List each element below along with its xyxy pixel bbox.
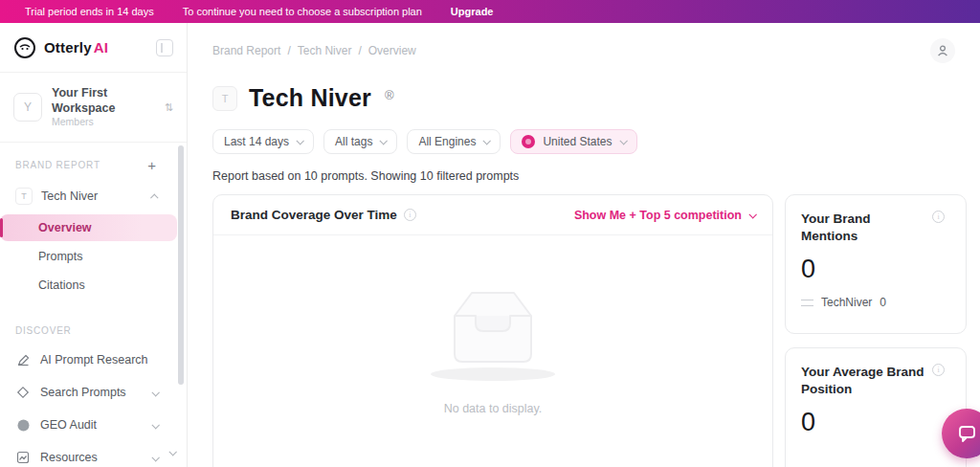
chevron-down-icon [151, 389, 159, 396]
breadcrumb: Brand Report / Tech Niver / Overview [212, 44, 416, 57]
user-menu-button[interactable] [930, 38, 955, 63]
chat-icon [955, 422, 978, 445]
sidebar-item-ai-prompt-research[interactable]: AI Prompt Research [0, 344, 187, 376]
logo-row: OtterlyAI [0, 23, 187, 73]
sidebar: OtterlyAI Y Your First Workspace Members… [0, 23, 188, 467]
brand-mentions-title: Your Brand Mentions [801, 211, 925, 245]
upgrade-link[interactable]: Upgrade [451, 6, 494, 17]
subscription-text: To continue you need to choose a subscri… [183, 6, 422, 17]
reports-section-label: Brand Report [15, 160, 100, 170]
chevron-down-icon [297, 137, 304, 145]
tools-section-label: Discover [15, 325, 72, 336]
registered-mark: ® [385, 84, 394, 102]
report-name: Tech Niver [41, 189, 98, 203]
breadcrumb-brand-report[interactable]: Brand Report [212, 44, 280, 57]
brand-mentions-legend: TechNiver 0 [801, 296, 950, 309]
tags-filter[interactable]: All tags [323, 129, 397, 154]
date-range-filter[interactable]: Last 14 days [212, 129, 314, 154]
sidebar-collapse-icon[interactable] [156, 39, 173, 56]
brand-coverage-card: Brand Coverage Over Time i Show Me + Top… [212, 194, 773, 467]
topbar: Brand Report / Tech Niver / Overview [188, 23, 980, 63]
chevron-down-icon [483, 137, 491, 145]
report-title-avatar: T [212, 86, 237, 111]
prompt-research-icon [15, 352, 31, 367]
info-icon[interactable]: i [932, 364, 945, 376]
brand-suffix: AI [94, 39, 108, 56]
user-icon [936, 44, 949, 57]
sidebar-item-prompts[interactable]: Prompts [0, 243, 177, 270]
sidebar-item-resources[interactable]: Resources [0, 441, 187, 467]
breadcrumb-report-name[interactable]: Tech Niver [298, 44, 352, 57]
region-icon [522, 135, 535, 148]
workspace-name: Your First Workspace [52, 86, 155, 116]
filter-bar: Last 14 days All tags All Engines United… [188, 112, 980, 154]
sidebar-item-citations[interactable]: Citations [0, 272, 177, 299]
engines-filter[interactable]: All Engines [407, 129, 501, 154]
brand-mentions-card: Your Brand Mentions i 0 TechNiver 0 [785, 194, 967, 334]
info-icon[interactable]: i [932, 211, 945, 223]
chevron-down-icon [748, 211, 756, 218]
chart-empty-state: No data to display. [213, 279, 772, 415]
brand-mentions-value: 0 [801, 255, 950, 284]
breadcrumb-separator: / [358, 44, 361, 57]
add-report-button[interactable]: + [147, 158, 156, 172]
chevron-down-icon [380, 137, 388, 145]
info-icon[interactable]: i [404, 209, 416, 221]
page-title: Tech Niver [249, 84, 371, 112]
chevron-down-icon [151, 421, 159, 429]
breadcrumb-overview[interactable]: Overview [368, 44, 416, 57]
globe-icon [15, 417, 31, 433]
coverage-card-title: Brand Coverage Over Time [231, 208, 397, 222]
trial-text: Trial period ends in 14 days [25, 6, 154, 17]
diamond-icon [15, 385, 31, 400]
sidebar-item-search-prompts[interactable]: Search Prompts [0, 376, 187, 409]
sidebar-item-overview[interactable]: Overview [0, 214, 177, 241]
chevron-up-icon [150, 194, 158, 202]
main-content: Brand Report / Tech Niver / Overview T T… [188, 23, 980, 467]
region-filter[interactable]: United States [510, 129, 636, 154]
trial-banner: Trial period ends in 14 days To continue… [0, 0, 980, 23]
sidebar-expand-icon[interactable] [169, 442, 175, 459]
workspace-subtitle: Members [52, 116, 155, 128]
chevron-down-icon [619, 137, 627, 145]
title-row: T Tech Niver ® [188, 63, 980, 112]
workspace-avatar: Y [13, 93, 42, 122]
report-avatar: T [15, 188, 33, 205]
sidebar-item-geo-audit[interactable]: GEO Audit [0, 409, 187, 441]
competitors-dropdown[interactable]: Show Me + Top 5 competition [574, 209, 755, 222]
app-window: Trial period ends in 14 days To continue… [0, 0, 980, 467]
resources-icon [15, 450, 31, 465]
workspace-selector[interactable]: Y Your First Workspace Members ⇅ [0, 73, 187, 143]
stats-column: Your Brand Mentions i 0 TechNiver 0 Your… [785, 194, 967, 467]
brand-name: OtterlyAI [44, 39, 108, 56]
report-info-text: Report based on 10 prompts. Showing 10 f… [188, 154, 980, 183]
empty-tray-icon [432, 279, 554, 371]
breadcrumb-separator: / [287, 44, 290, 57]
sidebar-item-report[interactable]: T Tech Niver [0, 180, 187, 212]
workspace-sort-icon: ⇅ [165, 101, 173, 114]
legend-dash-icon [801, 300, 813, 306]
legend-value: 0 [880, 296, 886, 309]
avg-position-card: Your Average Brand Position i 0 [785, 347, 967, 467]
sidebar-scrollbar[interactable] [178, 145, 184, 385]
otter-logo-icon [13, 36, 36, 59]
empty-message: No data to display. [213, 402, 772, 415]
avg-position-value: 0 [801, 408, 950, 437]
avg-position-title: Your Average Brand Position [801, 364, 925, 398]
legend-label: TechNiver [821, 296, 872, 309]
chevron-down-icon [151, 454, 159, 461]
